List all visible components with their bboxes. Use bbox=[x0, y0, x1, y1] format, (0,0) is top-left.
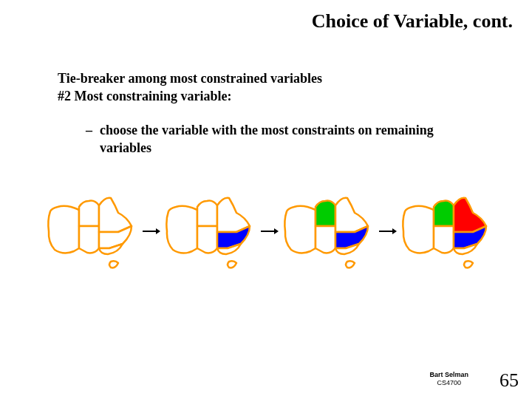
region-wa bbox=[284, 206, 316, 253]
region-wa bbox=[48, 206, 79, 253]
line-2: #2 Most constraining variable: bbox=[58, 87, 502, 105]
australia-map-4 bbox=[399, 191, 495, 272]
bullet-text: choose the variable with the most constr… bbox=[100, 121, 488, 157]
bullet-row: – choose the variable with the most cons… bbox=[86, 121, 488, 157]
australia-map-1 bbox=[44, 191, 140, 272]
arrow-icon bbox=[379, 228, 397, 235]
region-qld bbox=[217, 198, 250, 232]
australia-map-3 bbox=[281, 191, 377, 272]
region-tas bbox=[228, 261, 236, 267]
region-nt bbox=[197, 201, 217, 226]
course-code: CS4700 bbox=[429, 379, 468, 387]
region-sa bbox=[79, 226, 99, 253]
region-nt bbox=[316, 201, 335, 226]
region-qld bbox=[454, 198, 486, 232]
region-nt bbox=[79, 201, 99, 226]
diagram-sequence bbox=[44, 183, 495, 279]
region-sa bbox=[197, 226, 217, 253]
region-nt bbox=[434, 201, 454, 226]
region-tas bbox=[109, 261, 118, 267]
region-wa bbox=[403, 206, 434, 253]
arrow-icon bbox=[261, 228, 279, 235]
svg-marker-5 bbox=[392, 228, 397, 234]
region-qld bbox=[335, 198, 368, 232]
page-title: Choice of Variable, cont. bbox=[312, 10, 513, 33]
region-sa bbox=[316, 226, 335, 253]
australia-map-2 bbox=[163, 191, 259, 272]
region-wa bbox=[166, 206, 197, 253]
page-number: 65 bbox=[499, 369, 519, 392]
svg-marker-3 bbox=[274, 228, 279, 234]
region-tas bbox=[346, 261, 355, 267]
author-name: Bart Selman bbox=[429, 371, 468, 379]
svg-marker-1 bbox=[156, 228, 160, 234]
region-qld bbox=[99, 198, 132, 232]
footer-author: Bart Selman CS4700 bbox=[429, 371, 468, 387]
line-1: Tie-breaker among most constrained varia… bbox=[58, 69, 502, 87]
arrow-icon bbox=[143, 228, 160, 235]
bullet-dash: – bbox=[86, 121, 92, 157]
body-text: Tie-breaker among most constrained varia… bbox=[58, 69, 502, 106]
region-sa bbox=[434, 226, 454, 253]
region-tas bbox=[464, 261, 473, 267]
